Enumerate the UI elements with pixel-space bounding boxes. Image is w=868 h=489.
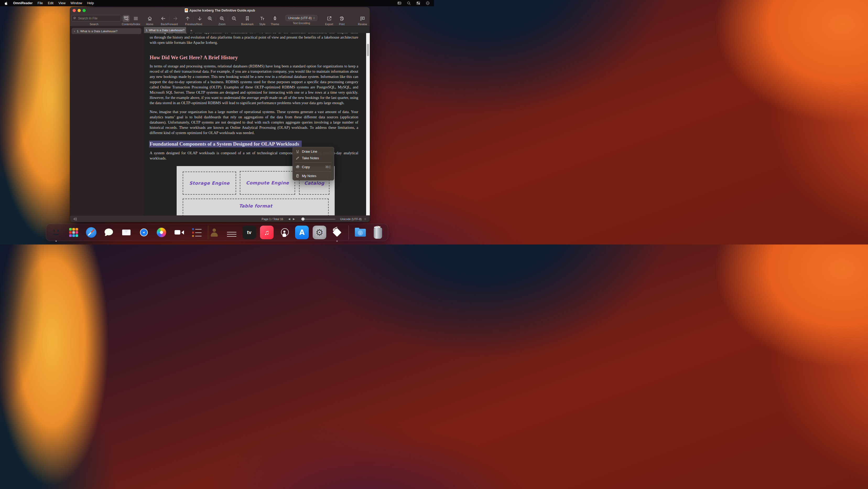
slider-knob[interactable] <box>301 218 305 221</box>
menu-file[interactable]: File <box>37 1 43 5</box>
menu-window[interactable]: Window <box>70 1 82 5</box>
menu-view[interactable]: View <box>58 1 65 5</box>
omnireader-window: Apache Iceberg The Definitive Guide.epub… <box>70 7 370 222</box>
chevron-up-down-icon <box>313 16 315 20</box>
forward-icon[interactable] <box>173 16 178 21</box>
page-indicator: Page 1 / Total 16 <box>261 218 283 221</box>
toolbar-group-review: Review <box>358 15 367 26</box>
heading-foundational-components: Foundational Components of a System Desi… <box>150 141 358 147</box>
add-tab-button[interactable]: + <box>188 27 194 33</box>
clock-icon[interactable] <box>426 1 430 5</box>
menu-app-name[interactable]: OmniReader <box>13 1 32 5</box>
dock-item-contacts[interactable] <box>207 226 221 239</box>
dock-item-app-store[interactable]: A <box>295 226 309 239</box>
collapse-sidebar-icon[interactable] <box>73 217 77 221</box>
toolbar-group-previous-next: Previous/Next <box>185 15 203 26</box>
tab-chapter-1[interactable]: 1. What Is a Data Lakehouse? <box>144 27 186 33</box>
paragraph-rdbms: In terms of storage and processing syste… <box>150 63 358 106</box>
next-page-button[interactable]: ▶ <box>293 218 295 220</box>
status-encoding: Unicode (UTF-8) <box>340 218 362 221</box>
dock-item-launchpad[interactable] <box>67 226 81 239</box>
settings-gear-icon: ⚙ <box>313 226 326 239</box>
dock-item-music[interactable]: ♫ <box>260 226 274 239</box>
theme-brush-icon[interactable] <box>272 16 278 21</box>
toolbar-label-contents-index: Contents/Index <box>122 23 141 26</box>
dock-item-reminders[interactable] <box>190 226 204 239</box>
dock-item-messages[interactable] <box>102 226 116 239</box>
search-icon <box>73 17 76 20</box>
page-slider[interactable] <box>301 217 336 221</box>
menu-bar: OmniReader File Edit View Window Help <box>0 0 434 6</box>
back-icon[interactable] <box>161 16 166 21</box>
previous-page-button[interactable]: ◀ <box>288 218 290 220</box>
window-switcher-icon[interactable] <box>397 1 402 5</box>
sidebar: › 1. What Is a Data Lakehouse? <box>70 26 143 215</box>
search-input[interactable] <box>78 16 119 21</box>
dock-item-mail[interactable] <box>120 226 133 239</box>
toolbar-separator <box>194 16 194 21</box>
dock-item-apple-tv[interactable]: tv <box>242 226 256 239</box>
shortcut-label: ⌘C <box>325 165 331 169</box>
dock-item-podcasts[interactable] <box>278 226 291 239</box>
menu-help[interactable]: Help <box>87 1 94 5</box>
context-menu-item-take-notes[interactable]: Take Notes <box>292 155 334 161</box>
review-icon[interactable] <box>360 16 365 21</box>
next-icon[interactable] <box>197 16 203 21</box>
export-icon[interactable] <box>326 16 332 21</box>
zoom-in-icon[interactable] <box>207 16 213 21</box>
diagram-box-table-format: Table format <box>183 199 329 215</box>
encoding-stepper-icon[interactable] <box>364 217 367 221</box>
text-encoding-select[interactable]: Unicode (UTF-8) <box>285 15 317 21</box>
contents-tree-button[interactable] <box>123 15 130 22</box>
toolbar-group-style: Style <box>259 15 265 26</box>
toolbar-group-contents-index: Contents/Index <box>122 15 141 26</box>
diagram-box-compute-engine: Compute Engine <box>240 171 295 195</box>
dock-item-finder[interactable] <box>49 226 63 239</box>
toolbar-group-home: Home <box>146 15 153 26</box>
dock: ➤ tv ♫ A ⚙ ↓ <box>46 224 388 241</box>
context-menu: Draw Line Take Notes Copy ⌘C My Notes <box>292 147 334 180</box>
scrollbar-track[interactable] <box>366 33 370 215</box>
toolbar-label-previous-next: Previous/Next <box>185 23 202 26</box>
zoom-actual-icon[interactable] <box>219 16 225 21</box>
menu-edit[interactable]: Edit <box>48 1 54 5</box>
apple-icon <box>4 1 8 5</box>
context-menu-item-draw-line[interactable]: Draw Line <box>292 148 334 155</box>
home-icon[interactable] <box>147 16 152 21</box>
previous-icon[interactable] <box>185 16 190 21</box>
underline-icon <box>296 149 300 153</box>
index-list-icon[interactable] <box>133 16 138 21</box>
text-style-icon[interactable] <box>260 16 265 21</box>
toolbar-label-bookmark: Bookmark <box>241 23 253 26</box>
context-menu-item-copy[interactable]: Copy ⌘C <box>292 164 334 170</box>
search-field[interactable] <box>71 15 121 22</box>
scrollbar-thumb[interactable] <box>367 44 369 56</box>
bookmark-icon[interactable] <box>245 16 250 21</box>
toolbar-separator <box>169 16 169 21</box>
dock-item-trash[interactable] <box>371 226 385 239</box>
dock-item-facetime[interactable] <box>172 226 186 239</box>
control-center-icon[interactable] <box>416 1 421 5</box>
dock-item-notes[interactable] <box>225 226 239 239</box>
print-icon[interactable] <box>339 16 345 21</box>
dock-item-safari[interactable] <box>84 226 98 239</box>
dock-item-maps[interactable]: ➤ <box>137 226 151 239</box>
zoom-out-icon[interactable] <box>231 16 237 21</box>
apple-tv-icon: tv <box>242 226 256 239</box>
search-icon[interactable] <box>407 1 411 5</box>
chevron-right-icon[interactable]: › <box>74 29 75 33</box>
running-indicator <box>56 240 57 241</box>
toolbar-label-style: Style <box>259 23 265 26</box>
dock-item-system-settings[interactable]: ⚙ <box>313 226 326 239</box>
sidebar-item-chapter-1[interactable]: › 1. What Is a Data Lakehouse? <box>71 28 141 34</box>
slider-track[interactable] <box>301 219 336 220</box>
dock-item-omnireader[interactable] <box>330 226 344 239</box>
diagram-box-storage-engine: Storage Engine <box>183 172 236 195</box>
dock-item-photos[interactable] <box>155 226 168 239</box>
context-menu-item-my-notes[interactable]: My Notes <box>292 173 334 179</box>
toolbar-group-zoom: Zoom <box>207 15 237 26</box>
toolbar-separator <box>216 16 216 21</box>
apple-menu[interactable] <box>4 1 8 5</box>
toolbar-label-review: Review <box>358 23 367 26</box>
dock-item-downloads[interactable]: ↓ <box>353 226 367 239</box>
